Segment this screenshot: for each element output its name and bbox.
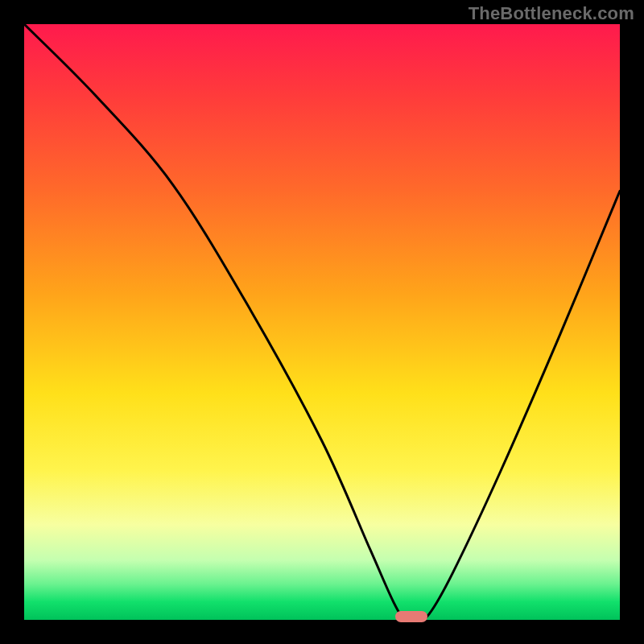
optimal-marker	[395, 611, 427, 622]
plot-area	[24, 24, 620, 620]
watermark-text: TheBottleneck.com	[469, 3, 634, 24]
chart-frame: TheBottleneck.com	[0, 0, 644, 644]
